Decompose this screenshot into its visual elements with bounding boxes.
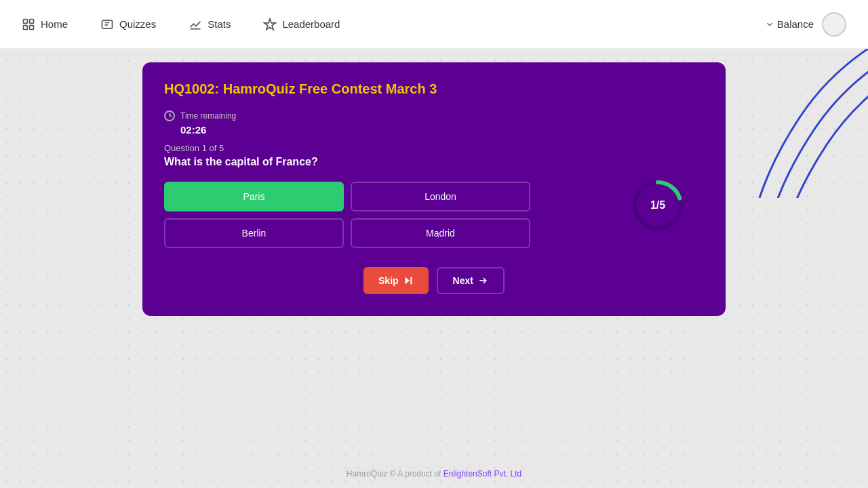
stats-icon bbox=[189, 18, 202, 31]
svg-marker-8 bbox=[405, 277, 410, 285]
avatar[interactable] bbox=[822, 12, 846, 37]
home-icon bbox=[22, 18, 35, 31]
nav-items: Home Quizzes Stats Leaderboard bbox=[22, 18, 765, 31]
nav-home-label: Home bbox=[41, 18, 68, 30]
question-text: What is the capital of France? bbox=[164, 156, 704, 168]
skip-label: Skip bbox=[378, 275, 399, 286]
nav-right: Balance bbox=[765, 12, 846, 37]
svg-rect-2 bbox=[24, 25, 28, 29]
quiz-title: HQ1002: HamroQuiz Free Contest March 3 bbox=[164, 81, 704, 97]
balance-item[interactable]: Balance bbox=[765, 18, 814, 30]
answers-grid: Paris London Berlin Madrid bbox=[164, 182, 530, 248]
footer-company-link[interactable]: EnlightenSoft Pvt. Ltd bbox=[443, 469, 521, 479]
navbar: Home Quizzes Stats Leaderboard bbox=[0, 0, 868, 49]
quiz-icon bbox=[100, 18, 114, 31]
leaderboard-icon bbox=[263, 18, 277, 31]
next-label: Next bbox=[453, 275, 473, 286]
question-label: Question 1 of 5 bbox=[164, 143, 704, 153]
answer-paris[interactable]: Paris bbox=[164, 182, 344, 211]
nav-quizzes-label: Quizzes bbox=[119, 18, 156, 30]
nav-stats[interactable]: Stats bbox=[189, 18, 231, 31]
arrow-right-icon bbox=[477, 275, 488, 286]
nav-leaderboard-label: Leaderboard bbox=[282, 18, 340, 30]
main-content: HQ1002: HamroQuiz Free Contest March 3 T… bbox=[0, 49, 868, 316]
answer-berlin[interactable]: Berlin bbox=[164, 218, 344, 248]
timer-row: Time remaining bbox=[164, 110, 704, 121]
footer-company: EnlightenSoft Pvt. Ltd bbox=[443, 469, 521, 479]
svg-rect-0 bbox=[24, 19, 28, 23]
progress-circle: 1/5 bbox=[631, 178, 685, 232]
skip-button[interactable]: Skip bbox=[363, 267, 429, 294]
chevron-down-icon bbox=[765, 20, 774, 29]
nav-home[interactable]: Home bbox=[22, 18, 68, 31]
nav-stats-label: Stats bbox=[208, 18, 231, 30]
nav-leaderboard[interactable]: Leaderboard bbox=[263, 18, 340, 31]
timer-value: 02:26 bbox=[180, 124, 206, 136]
nav-quizzes[interactable]: Quizzes bbox=[100, 18, 156, 31]
timer-label: Time remaining bbox=[180, 111, 236, 121]
footer: HamroQuiz © A product of EnlightenSoft P… bbox=[0, 469, 868, 479]
clock-icon bbox=[164, 110, 175, 121]
action-row: Skip Next bbox=[164, 267, 704, 294]
footer-copyright: HamroQuiz © A product of bbox=[347, 469, 443, 479]
quiz-card: HQ1002: HamroQuiz Free Contest March 3 T… bbox=[142, 62, 726, 316]
progress-text: 1/5 bbox=[650, 199, 665, 211]
skip-icon bbox=[403, 275, 414, 286]
balance-label: Balance bbox=[777, 18, 814, 30]
svg-rect-1 bbox=[30, 19, 34, 23]
svg-rect-9 bbox=[410, 277, 412, 285]
next-button[interactable]: Next bbox=[437, 267, 505, 294]
progress-circle-container: 1/5 bbox=[631, 178, 685, 232]
svg-rect-3 bbox=[30, 25, 34, 29]
answer-london[interactable]: London bbox=[351, 182, 530, 211]
answer-madrid[interactable]: Madrid bbox=[351, 218, 530, 248]
